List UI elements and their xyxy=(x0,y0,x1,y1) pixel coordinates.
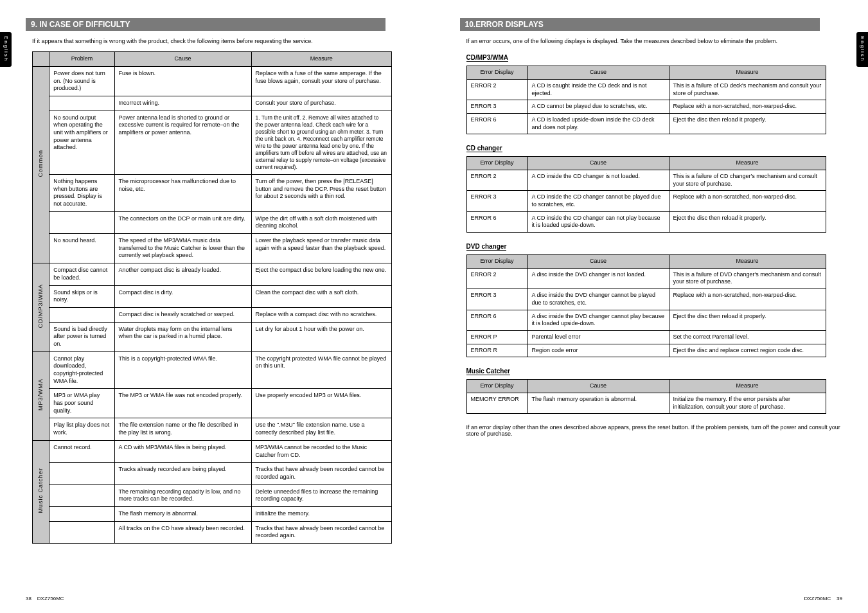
language-tab-label: English xyxy=(860,36,865,62)
page-right: English 10.ERROR DISPLAYS If an error oc… xyxy=(434,0,869,613)
language-tab-label: English xyxy=(3,36,9,62)
error-table-cdchanger: Error Display Cause Measure ERROR 2A CD … xyxy=(466,156,826,233)
error-section-cdchanger: CD changer Error Display Cause Measure E… xyxy=(466,145,843,233)
table-row: ERROR 2A CD inside the CD changer is not… xyxy=(466,170,826,190)
error-section-cd: CD/MP3/WMA Error Display Cause Measure E… xyxy=(466,54,843,134)
th-problem: Problem xyxy=(49,52,114,67)
category-cell: MP3/WMA xyxy=(33,351,49,440)
troubleshooting-table: Problem Cause Measure Common Power does … xyxy=(32,51,392,544)
category-cell: Music Catcher xyxy=(33,440,49,543)
error-table-cd: Error Display Cause Measure ERROR 2A CD … xyxy=(466,66,826,134)
intro-text-left: If it appears that something is wrong wi… xyxy=(32,37,409,45)
table-row: MP3/WMA Cannot play downloaded, copyrigh… xyxy=(33,351,392,389)
footer-right: DXZ756MC 39 xyxy=(804,596,842,601)
table-row: All tracks on the CD have already been r… xyxy=(33,521,392,543)
table-row: Sound is bad directly after power is tur… xyxy=(33,322,392,351)
table-row: ERROR 3A CD inside the CD changer cannot… xyxy=(466,191,826,211)
table-row: The connectors on the DCP or main unit a… xyxy=(33,211,392,233)
model-number: DXZ756MC xyxy=(37,596,64,601)
table-row: ERROR 6A CD inside the CD changer can no… xyxy=(466,211,826,232)
category-cell: Common xyxy=(33,66,49,263)
table-row: No sound output when operating the unit … xyxy=(33,111,392,174)
error-heading: DVD changer xyxy=(466,243,507,251)
language-tab-left: English xyxy=(0,32,12,67)
page-left: English 9. IN CASE OF DIFFICULTY If it a… xyxy=(0,0,434,613)
table-row: ERROR 2A disc inside the DVD changer is … xyxy=(466,268,826,289)
model-number: DXZ756MC xyxy=(804,596,831,601)
table-row: Nothing happens when buttons are pressed… xyxy=(33,174,392,211)
error-section-dvdchanger: DVD changer Error Display Cause Measure … xyxy=(466,243,843,357)
intro-text-right: If an error occurs, one of the following… xyxy=(466,37,843,45)
error-table-dvdchanger: Error Display Cause Measure ERROR 2A dis… xyxy=(466,254,826,357)
table-row: MEMORY ERRORThe flash memory operation i… xyxy=(466,393,826,413)
th-category xyxy=(33,52,49,67)
table-row: CD/MP3/WMA Compact disc cannot be loaded… xyxy=(33,263,392,285)
table-row: The flash memory is abnormal. Initialize… xyxy=(33,506,392,521)
table-row: ERROR 2A CD is caught inside the CD deck… xyxy=(466,79,826,100)
page-number: 38 xyxy=(26,596,31,601)
th-cause: Cause xyxy=(114,52,251,67)
table-row: Sound skips or is noisy. Compact disc is… xyxy=(33,285,392,307)
table-row: Common Power does not turn on. (No sound… xyxy=(33,66,392,96)
table-row: MP3 or WMA play has poor sound quality. … xyxy=(33,389,392,418)
table-row: Compact disc is heavily scratched or war… xyxy=(33,307,392,322)
footer-left: 38 DXZ756MC xyxy=(26,596,64,601)
error-heading: Music Catcher xyxy=(466,368,510,375)
error-note: If an error display other than the ones … xyxy=(466,424,843,437)
table-row: ERROR PParental level errorSet the corre… xyxy=(466,330,826,344)
table-row: ERROR 3A CD cannot be played due to scra… xyxy=(466,100,826,114)
table-row: ERROR 6A disc inside the DVD changer can… xyxy=(466,310,826,330)
table-row: Play list play does not work. The file e… xyxy=(33,418,392,440)
error-section-musiccatcher: Music Catcher Error Display Cause Measur… xyxy=(466,368,843,414)
table-row: ERROR RRegion code errorEject the disc a… xyxy=(466,344,826,357)
table-row: No sound heard. The speed of the MP3/WMA… xyxy=(33,234,392,263)
th-measure: Measure xyxy=(251,52,391,67)
table-row: Incorrect wiring. Consult your store of … xyxy=(33,96,392,111)
error-heading: CD changer xyxy=(466,145,502,152)
error-heading: CD/MP3/WMA xyxy=(466,54,509,62)
table-row: ERROR 3A disc inside the DVD changer can… xyxy=(466,289,826,310)
section-title-left: 9. IN CASE OF DIFFICULTY xyxy=(26,18,385,31)
page-number: 39 xyxy=(837,596,842,601)
error-table-musiccatcher: Error Display Cause Measure MEMORY ERROR… xyxy=(466,379,826,414)
category-cell: CD/MP3/WMA xyxy=(33,263,49,352)
section-title-right: 10.ERROR DISPLAYS xyxy=(460,18,820,31)
table-row: ERROR 6A CD is loaded upside-down inside… xyxy=(466,113,826,134)
table-row: Music Catcher Cannot record. A CD with M… xyxy=(33,440,392,462)
table-row: The remaining recording capacity is low,… xyxy=(33,484,392,506)
table-row: Tracks already recorded are being played… xyxy=(33,463,392,484)
language-tab-right: English xyxy=(856,32,868,67)
